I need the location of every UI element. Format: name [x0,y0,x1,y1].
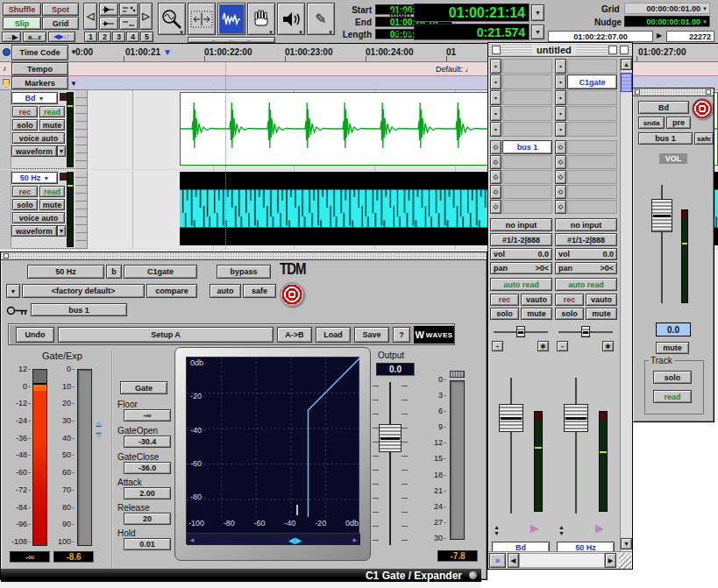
send-slot-button[interactable]: ◇ [555,170,566,184]
hold-value-button[interactable]: 0.01 [124,538,171,550]
mixer-vscrollbar[interactable]: ▲ ▼ [620,59,632,551]
insert-slot-label[interactable] [502,74,552,89]
nav-arrows-button[interactable]: ◀▶↓↑ [48,32,75,42]
send-fader-handle[interactable] [651,199,672,232]
solo-button[interactable]: solo [555,308,584,320]
threshold-down-arrow-icon[interactable]: ▼ [94,430,103,441]
insert-slot-button[interactable]: • [490,122,501,137]
sub-counter[interactable]: 0:21.574 [414,24,530,40]
collapse-box-icon[interactable] [4,253,9,259]
insert-slot-label[interactable]: C1gate [567,74,617,89]
insert-slot-button[interactable]: • [490,74,501,89]
track-read-button[interactable]: read [39,186,65,197]
send-slot-label[interactable] [502,185,552,199]
voice-indicator-icon[interactable]: ▶ [530,521,539,535]
track-solo-button[interactable]: solo [12,199,38,210]
main-counter[interactable]: 01:00:21:14 [414,4,530,22]
playhead-cursor-icon[interactable]: ▼ [163,47,172,57]
link-selection-button[interactable]: →▶ [2,32,21,42]
volume-display[interactable]: vol0.0 [555,248,617,260]
insert-slot-button[interactable]: • [555,90,566,105]
group-button[interactable]: ∗ [537,341,549,351]
automation-mode-button[interactable]: auto read [555,278,617,291]
ruler-expand-arrow[interactable]: ▼ [70,80,77,88]
plugin-track-selector[interactable]: 50 Hz [27,265,104,279]
mode-slip-button[interactable]: Slip [3,17,41,30]
send-slot-button[interactable]: ◇ [490,140,501,154]
release-value-button[interactable]: 20 [124,513,171,525]
grabber-tool-button[interactable]: ▼ [247,3,275,35]
mixer-titlebar[interactable]: untitled [488,43,632,57]
hscroll-left-arrow[interactable]: ◀ [508,553,519,568]
insert-slot-button[interactable]: • [555,59,566,74]
scroll-left-arrow-icon[interactable]: ◄ [188,536,195,544]
preset-selector[interactable]: <factory default> [22,284,145,298]
send-slot-button[interactable]: ◇ [490,170,501,184]
collapse-box-icon[interactable] [620,46,629,54]
solo-button[interactable]: solo [490,308,519,320]
send-level-value[interactable]: 0.0 [656,322,691,337]
volume-fader-handle[interactable] [499,404,523,432]
collapse-box-icon[interactable] [706,89,711,95]
send-slot-label[interactable]: bus 1 [502,140,552,154]
output-fader-handle[interactable] [379,424,402,452]
zoom-preset-5-button[interactable]: 5 [140,32,153,42]
send-slot-button[interactable]: ◇ [490,200,501,214]
ruler-button-timecode[interactable]: Time Code [11,45,68,60]
floor-value-button[interactable]: -∞ [124,409,171,422]
setup-button[interactable]: Setup A [58,327,274,343]
track-solo-button[interactable]: solo [12,119,38,131]
input-selector[interactable]: no input [490,218,552,231]
insert-slot-label[interactable] [567,90,617,105]
hscroll-right-arrow[interactable]: ▶ [605,553,616,568]
send-slot-label[interactable] [567,170,617,184]
grid-value-field[interactable]: 00:00:00:01.00▼ [624,3,710,14]
send-slot-button[interactable]: ◇ [490,155,501,169]
zoom-waveform-button[interactable] [99,3,118,16]
zoom-box-icon[interactable] [608,46,617,54]
compare-button[interactable]: compare [146,284,197,298]
mode-grid-button[interactable]: Grid [42,17,79,30]
send-bus-button[interactable]: bus 1 [638,132,693,145]
automation-mode-button[interactable]: auto read [490,278,552,291]
group-button[interactable]: ∗ [602,341,614,351]
output-fader[interactable] [373,382,408,545]
zoom-preset-3-button[interactable]: 3 [112,32,125,42]
insert-slot-button[interactable]: • [555,122,566,137]
fader-nudge-arrows[interactable]: ▲▼ [558,524,565,536]
plugin-titlebar[interactable] [1,252,487,260]
track-name-button[interactable]: 50 Hz▼ [11,172,58,184]
trimmer-tool-button[interactable] [188,3,216,35]
zoom-horizontal-in-button[interactable]: ▷ [139,3,153,30]
scrollbar-thumb[interactable] [621,73,632,92]
track-read-button[interactable]: read [39,106,65,117]
mode-spot-button[interactable]: Spot [42,3,79,16]
safe-button[interactable]: safe [243,284,276,298]
narrow-view-button[interactable]: - [492,341,503,351]
track-solo-button[interactable]: solo [653,371,692,384]
insert-slot-label[interactable] [567,59,617,74]
undo-button[interactable]: Undo [16,327,54,343]
insert-slot-button[interactable]: • [490,106,501,121]
insert-slot-label[interactable] [502,122,552,137]
send-slot-label[interactable] [567,200,617,214]
track-mute-button[interactable]: mute [39,119,65,131]
insert-slot-button[interactable]: • [490,90,501,105]
transfer-graph[interactable]: 0db-20 -40-60 -80 -100-80 -60-40 -200db … [186,357,359,544]
ruler-button-tempo[interactable]: Tempo [11,62,68,75]
threshold-handle-icons[interactable]: ◀▶ [288,535,302,545]
insert-slot-label[interactable] [502,106,552,121]
send-slot-button[interactable]: ◇ [555,200,566,214]
insert-slot-label[interactable] [567,106,617,121]
send-slot-label[interactable] [567,140,617,154]
sub-counter-menu-arrow[interactable]: ▼ [531,25,544,39]
pencil-tool-button[interactable]: ✎ ▼ [307,3,335,35]
narrow-view-button[interactable]: - [557,341,568,351]
track-voice-button[interactable]: voice auto [12,132,65,144]
track-view-button[interactable]: waveform [11,225,57,237]
zoom-horizontal-out-button[interactable]: ◁ [83,3,97,30]
zoom-preset-2-button[interactable]: 2 [98,32,111,42]
volume-display[interactable]: vol0.0 [490,248,552,260]
track-voice-button[interactable]: voice auto [12,212,65,223]
pre-button[interactable]: pre [666,117,691,129]
